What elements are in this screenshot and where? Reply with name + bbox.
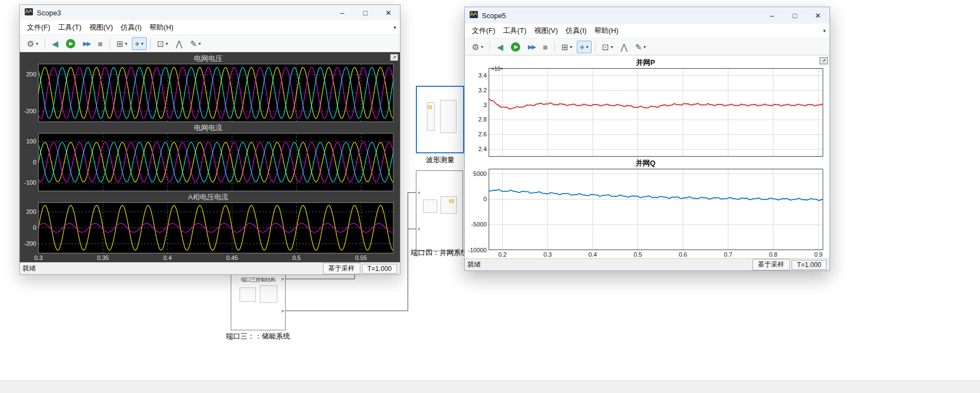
stop-icon[interactable]: ■ — [94, 37, 106, 50]
subplot-title: 电网电流 — [22, 123, 394, 133]
menu-item-help[interactable]: 帮助(H) — [146, 21, 177, 34]
toolbar-separator — [554, 42, 555, 52]
menu-item-simulation[interactable]: 仿真(I) — [562, 24, 591, 37]
trigger-icon[interactable]: ⌖▾ — [577, 41, 592, 53]
input-port-mark: + — [417, 191, 420, 195]
menu-item-help[interactable]: 帮助(H) — [591, 24, 622, 37]
subplot-title: A相电压电流 — [22, 192, 394, 202]
block-preview — [441, 196, 457, 214]
brush-icon[interactable]: ✎▾ — [632, 41, 649, 53]
settings-gear-icon[interactable]: ⚙▾ — [24, 37, 41, 50]
status-sim-time: T=1.000 — [362, 264, 397, 274]
svg-text:0.2: 0.2 — [498, 251, 506, 258]
maximize-axes-button[interactable]: ↗ — [390, 54, 398, 61]
step-back-icon[interactable]: ◀ — [493, 41, 506, 53]
zoom-fit-icon[interactable]: ⊡▾ — [154, 37, 171, 50]
menubar-overflow-icon[interactable]: ▾ — [823, 28, 826, 34]
scope5-subplot-reactive-power: 并网Q 50000-5000-100000.20.30.40.50.60.70.… — [467, 158, 824, 258]
menu-item-tools[interactable]: 工具(T) — [54, 21, 86, 34]
settings-gear-icon[interactable]: ⚙▾ — [469, 41, 486, 53]
step-forward-icon[interactable]: ▶▶ — [525, 42, 538, 52]
svg-text:0.7: 0.7 — [724, 251, 732, 258]
status-ready-text: 就绪 — [467, 260, 481, 269]
status-sample-mode: 基于采样 — [323, 263, 360, 274]
menubar-overflow-icon[interactable]: ▾ — [393, 25, 396, 30]
toolbar-separator — [109, 38, 110, 49]
svg-text:0.4: 0.4 — [163, 254, 171, 261]
dropdown-caret-icon: ▾ — [644, 45, 646, 49]
subplot-title: 电网电压 — [22, 54, 394, 64]
maximize-axes-button[interactable]: ↗ — [820, 57, 828, 64]
menu-item-tools[interactable]: 工具(T) — [499, 24, 531, 37]
scope3-window: Scope3 – □ ✕ ▾ 文件(F)工具(T)视图(V)仿真(I)帮助(H)… — [19, 4, 400, 275]
dropdown-caret-icon: ▾ — [141, 41, 143, 46]
grid-voltage-plot[interactable]: 200-200 — [22, 64, 394, 123]
menu-item-view[interactable]: 视图(V) — [530, 24, 561, 37]
grid-p-plot[interactable]: 3.43.232.82.62.4 — [467, 68, 824, 158]
svg-text:-200: -200 — [24, 108, 36, 114]
y-axis-exponent-label: ×10⁴ — [491, 66, 503, 72]
scope5-menubar: ▾ 文件(F)工具(T)视图(V)仿真(I)帮助(H) — [465, 24, 829, 38]
svg-text:3.4: 3.4 — [478, 72, 487, 79]
svg-text:0.8: 0.8 — [769, 251, 777, 258]
scope5-statusbar: 就绪 基于采样 T=1.000 — [465, 258, 829, 270]
dropdown-caret-icon: ▾ — [125, 41, 127, 46]
subplot-title: 并网Q — [467, 158, 824, 169]
scope5-toolbar: ⚙▾◀▶▶▶■⊞▾⌖▾⊡▾⋀✎▾ — [465, 38, 829, 56]
scope-app-icon — [25, 8, 33, 18]
port4-grid-system-block[interactable]: + + — [416, 170, 463, 251]
simulation-stepping-icon[interactable]: ⊞▾ — [113, 37, 131, 50]
minimize-button[interactable]: – — [760, 7, 783, 24]
step-back-icon[interactable]: ◀ — [48, 37, 62, 50]
svg-text:0.3: 0.3 — [34, 254, 42, 261]
wire — [286, 279, 355, 279]
block-preview — [449, 200, 454, 203]
status-sim-time: T=1.000 — [792, 260, 827, 270]
scope5-window: Scope5 – □ ✕ ▾ 文件(F)工具(T)视图(V)仿真(I)帮助(H)… — [464, 7, 830, 271]
stop-icon[interactable]: ■ — [539, 41, 551, 53]
svg-text:200: 200 — [26, 71, 36, 78]
scope3-plot-area: ↗ 电网电压 200-200 电网电流 1000-100 A相电压电流 2000… — [20, 52, 400, 262]
scope5-titlebar[interactable]: Scope5 – □ ✕ — [465, 7, 829, 24]
brush-icon[interactable]: ✎▾ — [187, 37, 204, 50]
svg-text:2.4: 2.4 — [478, 146, 487, 152]
step-forward-icon[interactable]: ▶▶ — [80, 38, 93, 49]
grid-current-plot[interactable]: 1000-100 — [22, 133, 394, 192]
scope3-titlebar[interactable]: Scope3 – □ ✕ — [20, 5, 400, 20]
block-preview — [240, 287, 256, 302]
grid-q-plot[interactable]: 50000-5000-100000.20.30.40.50.60.70.80.9 — [467, 169, 824, 258]
menu-item-view[interactable]: 视图(V) — [85, 21, 116, 34]
svg-text:0.4: 0.4 — [588, 251, 597, 258]
status-sample-mode: 基于采样 — [753, 259, 790, 270]
menu-item-simulation[interactable]: 仿真(I) — [117, 21, 146, 34]
svg-text:5000: 5000 — [474, 170, 487, 176]
maximize-button[interactable]: □ — [783, 7, 806, 24]
wire — [286, 311, 408, 311]
close-button[interactable]: ✕ — [806, 7, 829, 24]
menu-item-file[interactable]: 文件(F) — [23, 21, 54, 34]
svg-text:200: 200 — [26, 208, 36, 215]
wire — [408, 192, 416, 193]
output-port-mark: > — [281, 309, 284, 313]
menu-item-file[interactable]: 文件(F) — [468, 24, 499, 37]
run-icon[interactable]: ▶ — [63, 37, 79, 51]
simulation-stepping-icon[interactable]: ⊞▾ — [558, 41, 576, 53]
svg-text:0.55: 0.55 — [355, 254, 367, 261]
svg-text:-5000: -5000 — [471, 221, 487, 228]
trigger-icon[interactable]: ⌖▾ — [132, 37, 147, 50]
zoom-fit-icon[interactable]: ⊡▾ — [599, 41, 616, 53]
toolbar-separator — [150, 38, 151, 49]
minimize-button[interactable]: – — [331, 5, 354, 20]
phase-a-plot[interactable]: 2000-2000.30.350.40.450.50.55 — [22, 202, 394, 262]
waveform-measure-block[interactable] — [416, 86, 464, 153]
svg-text:-100: -100 — [24, 179, 36, 186]
wire — [408, 229, 416, 229]
scope5-subplot-active-power: 并网P ×10⁴ 3.43.232.82.62.4 — [467, 57, 824, 158]
cursor-measurements-icon[interactable]: ⋀ — [617, 41, 631, 53]
run-icon[interactable]: ▶ — [508, 40, 524, 54]
close-button[interactable]: ✕ — [377, 5, 400, 20]
dropdown-caret-icon: ▾ — [36, 41, 38, 46]
status-ready-text: 就绪 — [23, 264, 36, 273]
maximize-button[interactable]: □ — [354, 5, 377, 20]
cursor-measurements-icon[interactable]: ⋀ — [172, 37, 186, 50]
